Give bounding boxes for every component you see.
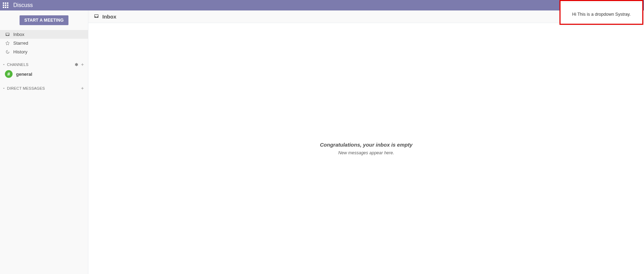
chevron-down-icon [2,63,6,66]
channels-toggle[interactable]: CHANNELS [2,62,29,67]
channels-section-header: CHANNELS [0,56,88,68]
star-icon [5,41,10,45]
channel-general[interactable]: # general [0,68,88,80]
inbox-icon [94,14,99,20]
gear-icon[interactable] [74,62,78,67]
systray-dropdown[interactable]: Hi This is a dropdown Systray. [559,0,643,25]
history-icon [5,50,10,54]
plus-icon[interactable] [80,62,85,67]
empty-state: Congratulations, your inbox is empty New… [88,23,644,274]
dm-title: DIRECT MESSAGES [7,86,45,90]
navbar: Discuss 5 8 Mitchell Admin [0,0,644,10]
start-meeting-button[interactable]: START A MEETING [20,15,69,25]
inbox-icon [5,32,10,37]
systray-dropdown-text: Hi This is a dropdown Systray. [561,2,642,24]
sidebar-item-starred[interactable]: Starred [0,39,88,47]
empty-title: Congratulations, your inbox is empty [320,142,412,148]
channel-label: general [16,72,32,77]
apps-menu-icon[interactable] [3,2,8,8]
page-title: Inbox [102,14,116,20]
sidebar-item-label: History [13,49,27,54]
sidebar-item-inbox[interactable]: Inbox [0,30,88,39]
dm-toggle[interactable]: DIRECT MESSAGES [2,86,45,90]
sidebar-item-history[interactable]: History [0,47,88,56]
main: Inbox Congratulations, your inbox is emp… [88,10,644,274]
dm-section-header: DIRECT MESSAGES [0,80,88,92]
sidebar: START A MEETING Inbox Starred History [0,10,88,274]
chevron-down-icon [2,87,6,90]
channels-title: CHANNELS [7,62,29,67]
plus-icon[interactable] [80,86,85,90]
sidebar-item-label: Inbox [13,32,24,37]
sidebar-item-label: Starred [13,40,28,46]
hash-icon: # [5,70,13,78]
app-title[interactable]: Discuss [13,2,33,8]
empty-subtitle: New messages appear here. [338,150,394,155]
